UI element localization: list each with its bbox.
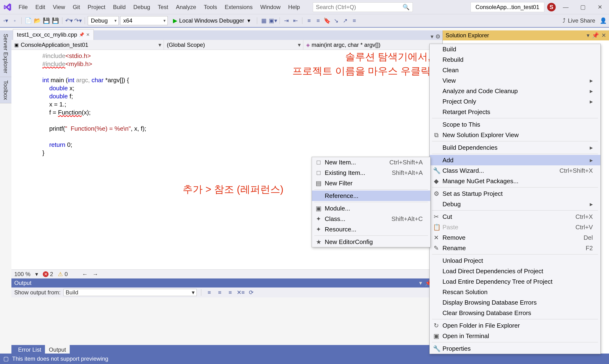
menu-item-analyze-and-code-cleanup[interactable]: Analyze and Code Cleanup▸	[430, 86, 600, 96]
close-tab-icon[interactable]: ✕	[86, 32, 90, 37]
output-btn-1[interactable]: ≡	[206, 289, 213, 296]
scope-context-dropdown[interactable]: (Global Scope)	[164, 40, 303, 50]
tab-settings-icon[interactable]: ⚙	[435, 33, 441, 40]
menu-item-properties[interactable]: 🔧Properties	[430, 343, 600, 354]
menu-item-reference-[interactable]: Reference...	[312, 191, 430, 201]
menu-item-class-[interactable]: ✦Class...Shift+Alt+C	[312, 214, 430, 224]
error-list-tab[interactable]: Error List	[14, 345, 45, 354]
toolbar-icon-9[interactable]: ≡	[350, 17, 358, 25]
toolbar-icon-3[interactable]: ⇥	[283, 17, 290, 25]
forward-icon[interactable]: ◦	[11, 17, 19, 25]
save-icon[interactable]: 💾	[42, 17, 50, 25]
menu-item-unload-project[interactable]: Unload Project	[430, 255, 600, 266]
warning-count[interactable]: ⚠0	[58, 271, 68, 277]
toolbox-tab[interactable]: Toolbox	[0, 77, 11, 104]
toolbar-icon-8[interactable]: ↗	[341, 17, 349, 25]
menu-item-set-as-startup-project[interactable]: ⚙Set as Startup Project	[430, 188, 600, 199]
platform-dropdown[interactable]: x64	[120, 16, 168, 25]
menu-item-module-[interactable]: ▣Module...	[312, 203, 430, 214]
toolbar-icon-7[interactable]: ↘	[332, 17, 340, 25]
menu-file[interactable]: File	[15, 2, 31, 12]
nav-back-icon[interactable]: ←	[82, 271, 88, 277]
menu-window[interactable]: Window	[257, 2, 284, 12]
menu-item-retarget-projects[interactable]: Retarget Projects	[430, 107, 600, 117]
panel-dropdown-icon[interactable]: ▾	[419, 280, 422, 286]
menu-item-existing-item-[interactable]: □Existing Item...Shift+Alt+A	[312, 168, 430, 178]
menu-item-project-only[interactable]: Project Only▸	[430, 96, 600, 107]
user-icon[interactable]: 👤	[599, 17, 607, 25]
menu-item-open-folder-in-file-explorer[interactable]: ↻Open Folder in File Explorer	[430, 320, 600, 331]
menu-item-load-direct-dependencies-of-project[interactable]: Load Direct Dependencies of Project	[430, 266, 600, 276]
server-explorer-tab[interactable]: Server Explorer	[0, 30, 11, 77]
output-btn-4[interactable]: ⟳	[248, 289, 255, 296]
menu-item-new-solution-explorer-view[interactable]: ⧉New Solution Explorer View	[430, 130, 600, 140]
new-project-icon[interactable]: 📄	[25, 17, 32, 25]
sol-close-icon[interactable]: ✕	[601, 32, 606, 39]
menu-debug[interactable]: Debug	[130, 2, 153, 12]
menu-item-debug[interactable]: Debug▸	[430, 199, 600, 209]
menu-item-remove[interactable]: ✕RemoveDel	[430, 232, 600, 243]
menu-item-resource-[interactable]: ✦Resource...	[312, 224, 430, 234]
back-dropdown-icon[interactable]: ◦▾	[2, 17, 10, 25]
error-count[interactable]: ✕2	[43, 271, 53, 277]
close-button[interactable]: ✕	[593, 2, 607, 12]
output-clear-icon[interactable]: ✕≡	[237, 289, 245, 296]
menu-item-open-in-terminal[interactable]: ▣Open in Terminal	[430, 331, 600, 341]
toolbar-icon-1[interactable]: ▦	[260, 17, 268, 25]
tab-dropdown-icon[interactable]: ▾	[430, 33, 433, 40]
bookmark-icon[interactable]: 🔖	[323, 17, 331, 25]
pin-icon[interactable]: 📌	[79, 32, 84, 37]
toolbar-icon-4[interactable]: ⇤	[292, 17, 299, 25]
menu-item-cut[interactable]: ✂CutCtrl+X	[430, 211, 600, 222]
menu-extensions[interactable]: Extensions	[221, 2, 256, 12]
menu-test[interactable]: Test	[154, 2, 171, 12]
document-tab[interactable]: test1_cxx_cc_mylib.cpp 📌 ✕	[13, 29, 94, 40]
undo-icon[interactable]: ↶▾	[65, 17, 73, 25]
menu-item-manage-nuget-packages-[interactable]: ◆Manage NuGet Packages...	[430, 176, 600, 186]
menu-project[interactable]: Project	[84, 2, 109, 12]
output-body[interactable]	[11, 298, 443, 345]
menu-help[interactable]: Help	[285, 2, 303, 12]
nav-forward-icon[interactable]: →	[93, 271, 98, 277]
menu-git[interactable]: Git	[69, 2, 83, 12]
maximize-button[interactable]: ▢	[576, 2, 590, 12]
func-context-dropdown[interactable]: ◈ main(int argc, char * argv[])	[303, 40, 443, 50]
zoom-dropdown-icon[interactable]: ▾	[35, 271, 38, 277]
output-btn-2[interactable]: ≡	[216, 289, 224, 296]
zoom-level[interactable]: 100 %	[14, 271, 30, 277]
menu-build[interactable]: Build	[110, 2, 129, 12]
menu-item-display-browsing-database-errors[interactable]: Display Browsing Database Errors	[430, 297, 600, 308]
menu-item-class-wizard-[interactable]: 🔧Class Wizard...Ctrl+Shift+X	[430, 165, 600, 176]
menu-item-build-dependencies[interactable]: Build Dependencies▸	[430, 142, 600, 153]
project-title[interactable]: ConsoleApp...tion_test01	[471, 2, 544, 12]
menu-view[interactable]: View	[50, 2, 69, 12]
toolbar-icon-2[interactable]: ▣▾	[269, 17, 277, 25]
menu-item-scope-to-this[interactable]: Scope to This	[430, 119, 600, 130]
menu-item-new-item-[interactable]: □New Item...Ctrl+Shift+A	[312, 157, 430, 168]
toolbar-icon-5[interactable]: ≡	[305, 17, 313, 25]
sol-pin-icon[interactable]: 📌	[592, 32, 599, 39]
project-context-dropdown[interactable]: ▣ ConsoleApplication_test01	[11, 40, 164, 50]
minimize-button[interactable]: —	[559, 2, 573, 12]
output-tab[interactable]: Output	[45, 345, 70, 354]
menu-tools[interactable]: Tools	[201, 2, 221, 12]
menu-item-view[interactable]: View▸	[430, 75, 600, 86]
menu-edit[interactable]: Edit	[32, 2, 49, 12]
save-all-icon[interactable]: 💾	[52, 17, 59, 25]
toolbar-icon-6[interactable]: ≡	[314, 17, 322, 25]
open-icon[interactable]: 📂	[34, 17, 41, 25]
menu-item-build[interactable]: Build	[430, 44, 600, 54]
start-debug-button[interactable]: ▶ Local Windows Debugger ▾	[169, 16, 254, 25]
config-dropdown[interactable]: Debug	[88, 16, 119, 25]
output-btn-3[interactable]: ≡	[226, 289, 234, 296]
menu-analyze[interactable]: Analyze	[172, 2, 199, 12]
sol-dropdown-icon[interactable]: ▾	[587, 32, 590, 39]
menu-item-rename[interactable]: ✎RenameF2	[430, 243, 600, 253]
output-source-dropdown[interactable]: Build	[64, 289, 197, 296]
menu-item-clean[interactable]: Clean	[430, 65, 600, 75]
menu-item-load-entire-dependency-tree-of-project[interactable]: Load Entire Dependency Tree of Project	[430, 276, 600, 287]
menu-item-new-editorconfig[interactable]: ★New EditorConfig	[312, 237, 430, 247]
menu-item-clear-browsing-database-errors[interactable]: Clear Browsing Database Errors	[430, 308, 600, 318]
live-share-button[interactable]: ⤴ Live Share	[560, 17, 598, 24]
menu-item-rebuild[interactable]: Rebuild	[430, 54, 600, 65]
